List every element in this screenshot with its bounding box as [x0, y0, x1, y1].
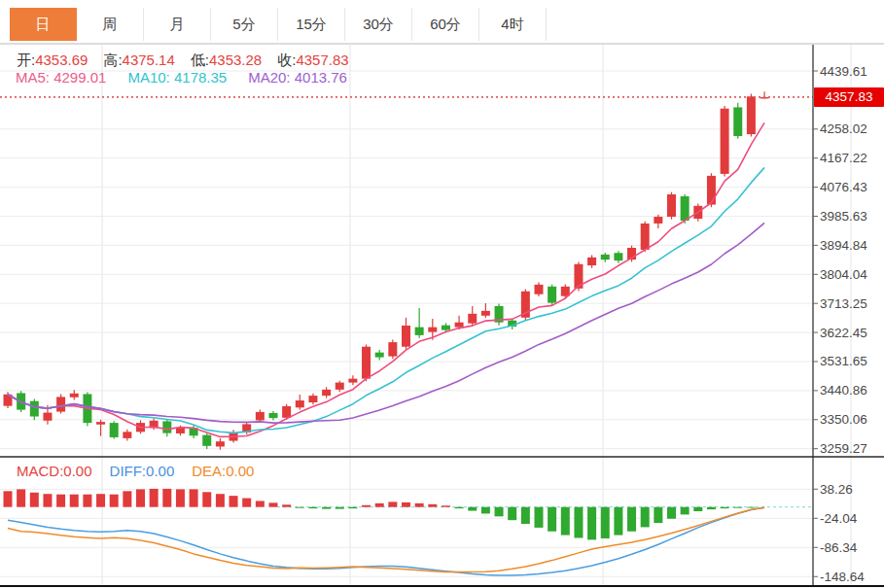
axis-tick-label: 3804.04 — [820, 267, 867, 282]
tab-4时[interactable]: 4时 — [479, 8, 547, 41]
axis-tick-label: 4258.02 — [820, 121, 867, 136]
tab-日[interactable]: 日 — [10, 8, 77, 41]
timeframe-tabbar: 日周月5分15分30分60分4时 — [10, 8, 547, 41]
kline-chart-app: 日周月5分15分30分60分4时 4439.614258.024167.2240… — [0, 0, 884, 588]
axis-tick-label: 4439.61 — [820, 64, 867, 79]
axis-tick-label: 3531.65 — [820, 354, 867, 368]
tab-5分[interactable]: 5分 — [211, 8, 278, 41]
high-value: 高:4375.14 — [103, 52, 174, 70]
tab-周[interactable]: 周 — [77, 8, 144, 41]
axis-tick-label: 3350.06 — [820, 412, 867, 427]
axis-tick-label: 3622.45 — [820, 326, 867, 340]
ma5-value: MA5: 4299.01 — [16, 69, 106, 86]
axis-tick-label: -24.04 — [820, 511, 858, 526]
ma20-value: MA20: 4013.76 — [248, 69, 347, 86]
open-value: 开:4353.69 — [17, 52, 88, 70]
diff-value: DIFF:0.00 — [110, 463, 175, 479]
ohlc-legend: 开:4353.69 高:4375.14 低:4353.28 收:4357.83 — [17, 52, 365, 70]
macd-legend: MACD:0.00 DIFF:0.00 DEA:0.00 — [17, 463, 271, 479]
candlestick-macd-chart: 4439.614258.024167.224076.433985.633894.… — [0, 0, 884, 588]
axis-tick-label: 4076.43 — [820, 180, 867, 194]
tabbar-bottom-border — [0, 43, 884, 44]
macd-value: MACD:0.00 — [17, 463, 92, 479]
close-value: 收:4357.83 — [277, 52, 348, 70]
axis-tick-label: 3259.27 — [820, 441, 867, 456]
tab-15分[interactable]: 15分 — [278, 8, 345, 41]
low-value: 低:4353.28 — [191, 52, 262, 70]
axis-tick-label: 3440.86 — [820, 383, 867, 398]
tab-30分[interactable]: 30分 — [345, 8, 412, 41]
axis-tick-label: 38.26 — [820, 482, 853, 497]
axis-tick-label: -86.34 — [820, 540, 858, 555]
current-price-badge: 4357.83 — [814, 87, 884, 107]
axis-tick-label: 3713.25 — [820, 296, 867, 311]
dea-value: DEA:0.00 — [192, 463, 254, 479]
ma-legend: MA5: 4299.01 MA10: 4178.35 MA20: 4013.76 — [16, 69, 369, 86]
axis-tick-label: 3894.84 — [820, 238, 867, 253]
axis-tick-label: 4167.22 — [820, 151, 867, 165]
axis-tick-label: -148.64 — [820, 570, 865, 584]
tab-60分[interactable]: 60分 — [412, 8, 479, 41]
tab-月[interactable]: 月 — [144, 8, 211, 41]
axis-tick-label: 3985.63 — [820, 209, 867, 224]
ma10-value: MA10: 4178.35 — [127, 69, 227, 86]
